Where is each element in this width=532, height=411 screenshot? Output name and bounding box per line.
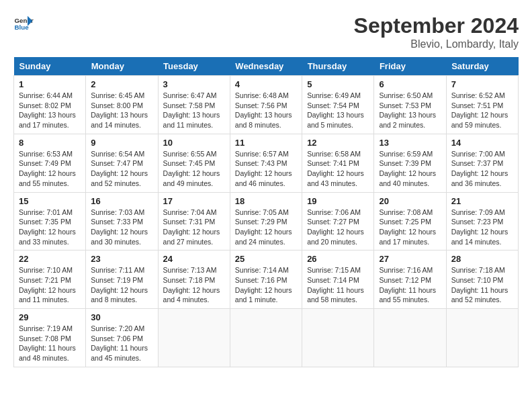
- day-info: Sunrise: 7:09 AMSunset: 7:23 PMDaylight:…: [451, 208, 513, 247]
- day-info: Sunrise: 6:49 AMSunset: 7:54 PMDaylight:…: [307, 91, 369, 130]
- day-number: 30: [91, 312, 152, 322]
- day-number: 27: [379, 254, 441, 264]
- calendar-cell: 21Sunrise: 7:09 AMSunset: 7:23 PMDayligh…: [446, 192, 518, 250]
- weekday-header-wednesday: Wednesday: [230, 57, 302, 76]
- calendar-week-1: 1Sunrise: 6:44 AMSunset: 8:02 PMDaylight…: [14, 76, 519, 134]
- day-number: 14: [451, 138, 513, 148]
- day-info: Sunrise: 6:59 AMSunset: 7:39 PMDaylight:…: [379, 149, 441, 189]
- weekday-header-sunday: Sunday: [14, 57, 86, 76]
- day-info: Sunrise: 7:16 AMSunset: 7:12 PMDaylight:…: [379, 265, 441, 305]
- day-info: Sunrise: 7:20 AMSunset: 7:06 PMDaylight:…: [91, 324, 152, 363]
- calendar-cell: 15Sunrise: 7:01 AMSunset: 7:35 PMDayligh…: [14, 192, 86, 250]
- calendar-cell: [158, 309, 230, 367]
- day-number: 8: [19, 138, 81, 148]
- day-info: Sunrise: 6:52 AMSunset: 7:51 PMDaylight:…: [451, 91, 513, 130]
- calendar-cell: 16Sunrise: 7:03 AMSunset: 7:33 PMDayligh…: [86, 192, 158, 250]
- day-info: Sunrise: 7:11 AMSunset: 7:19 PMDaylight:…: [91, 265, 152, 305]
- day-info: Sunrise: 6:54 AMSunset: 7:47 PMDaylight:…: [91, 149, 152, 189]
- weekday-header-friday: Friday: [374, 57, 446, 76]
- day-info: Sunrise: 7:00 AMSunset: 7:37 PMDaylight:…: [451, 149, 513, 189]
- day-number: 7: [451, 79, 513, 89]
- day-number: 1: [19, 79, 81, 89]
- logo: General Blue: [13, 13, 34, 34]
- calendar-cell: 2Sunrise: 6:45 AMSunset: 8:00 PMDaylight…: [86, 76, 158, 134]
- day-number: 13: [379, 138, 441, 148]
- calendar-cell: 25Sunrise: 7:14 AMSunset: 7:16 PMDayligh…: [230, 250, 302, 309]
- calendar-cell: 17Sunrise: 7:04 AMSunset: 7:31 PMDayligh…: [158, 192, 230, 250]
- day-number: 5: [307, 79, 369, 89]
- day-info: Sunrise: 7:15 AMSunset: 7:14 PMDaylight:…: [307, 265, 369, 305]
- calendar-cell: 13Sunrise: 6:59 AMSunset: 7:39 PMDayligh…: [374, 134, 446, 192]
- calendar-week-5: 29Sunrise: 7:19 AMSunset: 7:08 PMDayligh…: [14, 309, 519, 367]
- calendar-cell: 10Sunrise: 6:55 AMSunset: 7:45 PMDayligh…: [158, 134, 230, 192]
- calendar-cell: 27Sunrise: 7:16 AMSunset: 7:12 PMDayligh…: [374, 250, 446, 309]
- day-info: Sunrise: 7:01 AMSunset: 7:35 PMDaylight:…: [19, 208, 81, 247]
- day-number: 9: [91, 138, 152, 148]
- calendar-cell: 24Sunrise: 7:13 AMSunset: 7:18 PMDayligh…: [158, 250, 230, 309]
- page-header: General Blue September 2024 Blevio, Lomb…: [13, 13, 519, 50]
- location: Blevio, Lombardy, Italy: [354, 38, 519, 50]
- day-number: 3: [163, 79, 225, 89]
- day-number: 6: [379, 79, 441, 89]
- calendar-cell: 29Sunrise: 7:19 AMSunset: 7:08 PMDayligh…: [14, 309, 86, 367]
- title-block: September 2024 Blevio, Lombardy, Italy: [354, 13, 519, 50]
- calendar-cell: 6Sunrise: 6:50 AMSunset: 7:53 PMDaylight…: [374, 76, 446, 134]
- weekday-header-monday: Monday: [86, 57, 158, 76]
- calendar-cell: 1Sunrise: 6:44 AMSunset: 8:02 PMDaylight…: [14, 76, 86, 134]
- day-info: Sunrise: 6:53 AMSunset: 7:49 PMDaylight:…: [19, 149, 81, 189]
- calendar-cell: 18Sunrise: 7:05 AMSunset: 7:29 PMDayligh…: [230, 192, 302, 250]
- calendar-cell: [446, 309, 518, 367]
- day-info: Sunrise: 6:45 AMSunset: 8:00 PMDaylight:…: [91, 91, 152, 130]
- calendar-cell: 30Sunrise: 7:20 AMSunset: 7:06 PMDayligh…: [86, 309, 158, 367]
- day-info: Sunrise: 7:10 AMSunset: 7:21 PMDaylight:…: [19, 265, 81, 305]
- calendar-cell: 26Sunrise: 7:15 AMSunset: 7:14 PMDayligh…: [302, 250, 374, 309]
- calendar-cell: 4Sunrise: 6:48 AMSunset: 7:56 PMDaylight…: [230, 76, 302, 134]
- day-info: Sunrise: 6:58 AMSunset: 7:41 PMDaylight:…: [307, 149, 369, 189]
- day-number: 23: [91, 254, 152, 264]
- day-number: 15: [19, 196, 81, 206]
- day-number: 29: [19, 312, 81, 322]
- calendar-cell: [302, 309, 374, 367]
- calendar-week-2: 8Sunrise: 6:53 AMSunset: 7:49 PMDaylight…: [14, 134, 519, 192]
- weekday-header-thursday: Thursday: [302, 57, 374, 76]
- month-title: September 2024: [354, 13, 519, 38]
- day-number: 16: [91, 196, 152, 206]
- weekday-header-saturday: Saturday: [446, 57, 518, 76]
- calendar-cell: 5Sunrise: 6:49 AMSunset: 7:54 PMDaylight…: [302, 76, 374, 134]
- day-info: Sunrise: 6:55 AMSunset: 7:45 PMDaylight:…: [163, 149, 225, 189]
- day-number: 17: [163, 196, 225, 206]
- day-number: 10: [163, 138, 225, 148]
- calendar-cell: 11Sunrise: 6:57 AMSunset: 7:43 PMDayligh…: [230, 134, 302, 192]
- day-info: Sunrise: 6:47 AMSunset: 7:58 PMDaylight:…: [163, 91, 225, 130]
- day-info: Sunrise: 7:03 AMSunset: 7:33 PMDaylight:…: [91, 208, 152, 247]
- calendar-week-3: 15Sunrise: 7:01 AMSunset: 7:35 PMDayligh…: [14, 192, 519, 250]
- calendar-cell: 3Sunrise: 6:47 AMSunset: 7:58 PMDaylight…: [158, 76, 230, 134]
- day-info: Sunrise: 7:06 AMSunset: 7:27 PMDaylight:…: [307, 208, 369, 247]
- calendar-week-4: 22Sunrise: 7:10 AMSunset: 7:21 PMDayligh…: [14, 250, 519, 309]
- day-info: Sunrise: 6:44 AMSunset: 8:02 PMDaylight:…: [19, 91, 81, 130]
- logo-icon: General Blue: [13, 13, 34, 34]
- calendar-cell: 9Sunrise: 6:54 AMSunset: 7:47 PMDaylight…: [86, 134, 158, 192]
- day-number: 18: [235, 196, 297, 206]
- day-number: 11: [235, 138, 297, 148]
- day-number: 26: [307, 254, 369, 264]
- day-info: Sunrise: 7:05 AMSunset: 7:29 PMDaylight:…: [235, 208, 297, 247]
- day-number: 22: [19, 254, 81, 264]
- day-number: 4: [235, 79, 297, 89]
- day-info: Sunrise: 6:48 AMSunset: 7:56 PMDaylight:…: [235, 91, 297, 130]
- calendar-cell: [230, 309, 302, 367]
- calendar-cell: [374, 309, 446, 367]
- day-number: 20: [379, 196, 441, 206]
- day-number: 21: [451, 196, 513, 206]
- day-info: Sunrise: 7:13 AMSunset: 7:18 PMDaylight:…: [163, 265, 225, 305]
- calendar-cell: 14Sunrise: 7:00 AMSunset: 7:37 PMDayligh…: [446, 134, 518, 192]
- calendar-cell: 8Sunrise: 6:53 AMSunset: 7:49 PMDaylight…: [14, 134, 86, 192]
- calendar-cell: 19Sunrise: 7:06 AMSunset: 7:27 PMDayligh…: [302, 192, 374, 250]
- calendar-cell: 23Sunrise: 7:11 AMSunset: 7:19 PMDayligh…: [86, 250, 158, 309]
- day-info: Sunrise: 7:18 AMSunset: 7:10 PMDaylight:…: [451, 265, 513, 305]
- svg-text:Blue: Blue: [15, 24, 30, 31]
- day-info: Sunrise: 7:08 AMSunset: 7:25 PMDaylight:…: [379, 208, 441, 247]
- day-number: 28: [451, 254, 513, 264]
- calendar-cell: 7Sunrise: 6:52 AMSunset: 7:51 PMDaylight…: [446, 76, 518, 134]
- day-info: Sunrise: 7:19 AMSunset: 7:08 PMDaylight:…: [19, 324, 81, 363]
